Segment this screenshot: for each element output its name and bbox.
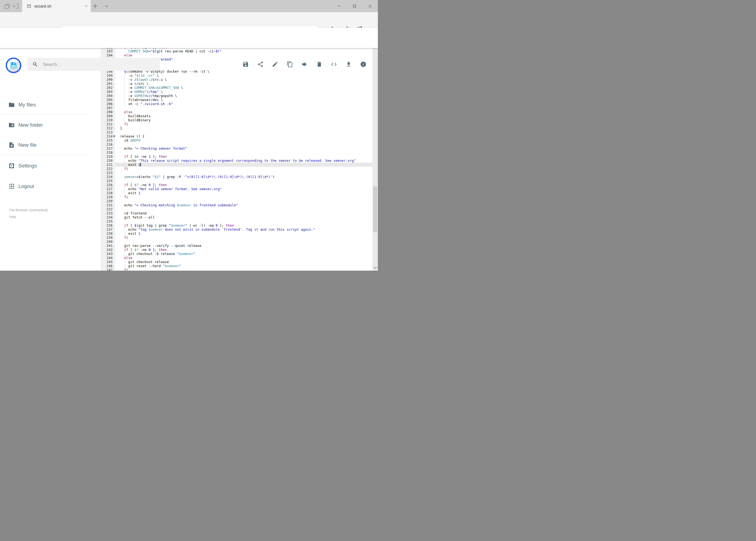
code-line[interactable]: 237 echo "Tag $semver does not exist in … bbox=[101, 228, 373, 232]
code-line-text[interactable]: buildAssets bbox=[115, 114, 373, 118]
copy-icon[interactable] bbox=[287, 61, 293, 68]
tab-preview-icon[interactable] bbox=[4, 3, 11, 9]
code-line-text[interactable]: if [ $(git tag | grep "$semver" | wc -l)… bbox=[115, 224, 373, 228]
scroll-down-icon[interactable] bbox=[373, 265, 378, 270]
code-line-text[interactable]: -v /$(pwd):/src:z \ bbox=[115, 78, 373, 82]
share-file-icon[interactable] bbox=[257, 61, 264, 68]
code-line-text[interactable]: echo "Not valid semver format. See semve… bbox=[115, 187, 373, 191]
code-line-text[interactable]: git reset --hard "$semver" bbox=[115, 264, 373, 268]
code-line-text[interactable]: fi bbox=[115, 236, 373, 240]
code-line-text[interactable]: COMMIT_SHA="$(git rev-parse HEAD | cut -… bbox=[115, 49, 373, 53]
code-line[interactable]: 226 if [ $? -ne 0 ]; then bbox=[101, 183, 373, 187]
code-line[interactable]: 209 buildAssets bbox=[101, 114, 373, 118]
code-view-icon[interactable] bbox=[331, 61, 337, 68]
sidebar-item-new-file[interactable]: New file bbox=[0, 140, 97, 151]
code-line[interactable]: 225 bbox=[101, 179, 373, 183]
code-line[interactable]: 227 echo "Not valid semver format. See s… bbox=[101, 187, 373, 191]
browser-tab[interactable]: wizard.sh bbox=[22, 0, 91, 12]
code-line-text[interactable]: exit 1 bbox=[115, 191, 373, 195]
code-line-text[interactable] bbox=[115, 179, 373, 183]
code-line[interactable]: 229 fi bbox=[101, 195, 373, 199]
code-line-text[interactable]: fi bbox=[115, 167, 373, 171]
code-line-text[interactable] bbox=[115, 207, 373, 211]
maximize-button[interactable] bbox=[347, 0, 362, 12]
move-icon[interactable] bbox=[301, 61, 308, 68]
code-line[interactable]: 199 -u "$(id -u)" \ bbox=[101, 74, 373, 78]
code-line[interactable]: 224 semver=$(echo "$1" | grep -P '^v(0|[… bbox=[101, 175, 373, 179]
edit-icon[interactable] bbox=[272, 61, 278, 68]
code-line[interactable]: 241 git rev-parse --verify --quiet relea… bbox=[101, 244, 373, 248]
code-editor[interactable]: 192 if [ $? -eq 0 ]; then193 COMMIT_SHA=… bbox=[101, 48, 373, 270]
code-line-text[interactable] bbox=[115, 106, 373, 110]
code-line[interactable]: 194 else bbox=[101, 53, 373, 57]
code-line[interactable]: 245 git checkout release bbox=[101, 260, 373, 264]
page-scrollbar[interactable] bbox=[373, 28, 378, 270]
code-line[interactable]: 216 bbox=[101, 142, 373, 146]
delete-icon[interactable] bbox=[316, 61, 323, 68]
code-line-text[interactable]: -e COMMIT_SHA=$COMMIT_SHA \ bbox=[115, 86, 373, 90]
code-line-text[interactable]: echo "> Checking matching $semver in fro… bbox=[115, 203, 373, 207]
close-window-button[interactable] bbox=[362, 0, 378, 12]
code-line[interactable]: 218 bbox=[101, 151, 373, 155]
code-line[interactable]: 223 bbox=[101, 171, 373, 175]
code-line-text[interactable]: } bbox=[115, 126, 373, 130]
code-line-text[interactable]: else bbox=[115, 256, 373, 260]
code-line[interactable]: 200 -v /$(pwd):/src:z \ bbox=[101, 78, 373, 82]
search-input[interactable] bbox=[42, 62, 160, 67]
code-line[interactable]: 230 bbox=[101, 199, 373, 203]
code-line-text[interactable]: if [ $? -ne 0 ]; then bbox=[115, 248, 373, 252]
code-line-text[interactable] bbox=[115, 171, 373, 175]
code-line-text[interactable]: echo "> Checking semver format" bbox=[115, 146, 373, 151]
code-line[interactable]: 211 fi bbox=[101, 122, 373, 126]
search-box[interactable] bbox=[28, 58, 160, 71]
code-line-text[interactable]: echo "Tag $semver does not exist in subm… bbox=[115, 228, 373, 232]
code-line-text[interactable]: git rev-parse --verify --quiet release bbox=[115, 244, 373, 248]
code-line-text[interactable]: exit 1 bbox=[115, 232, 373, 236]
code-line[interactable]: 222 fi bbox=[101, 167, 373, 171]
code-line[interactable]: 240 bbox=[101, 240, 373, 244]
code-line[interactable]: 244 else bbox=[101, 256, 373, 260]
code-line[interactable]: 236 if [ $(git tag | grep "$semver" | wc… bbox=[101, 224, 373, 228]
code-line[interactable]: 232 bbox=[101, 207, 373, 211]
code-line-text[interactable]: else bbox=[115, 53, 373, 57]
code-line-text[interactable]: fi bbox=[115, 195, 373, 199]
code-line-text[interactable] bbox=[115, 219, 373, 224]
code-line-text[interactable]: else bbox=[115, 110, 373, 114]
info-icon[interactable] bbox=[360, 61, 367, 68]
tab-list-chevron-icon[interactable] bbox=[104, 4, 109, 9]
code-line[interactable]: 231 echo "> Checking matching $semver in… bbox=[101, 203, 373, 207]
code-line[interactable]: 204 -e GOPATH=//tmp/gopath \ bbox=[101, 94, 373, 98]
new-tab-button[interactable] bbox=[92, 3, 99, 9]
code-line-text[interactable] bbox=[115, 240, 373, 244]
code-line-text[interactable]: semver=$(echo "$1" | grep -P '^v(0|[1-9]… bbox=[115, 175, 373, 179]
code-line[interactable]: 239 fi bbox=[101, 236, 373, 240]
code-line-text[interactable]: -u "$(id -u)" \ bbox=[115, 74, 373, 78]
download-icon[interactable] bbox=[346, 61, 352, 68]
code-line-text[interactable]: fi bbox=[115, 268, 373, 270]
code-line[interactable]: 246 git reset --hard "$semver" bbox=[101, 264, 373, 268]
code-line-text[interactable]: -e GOPATH=//tmp/gopath \ bbox=[115, 94, 373, 98]
code-line[interactable]: 213 bbox=[101, 130, 373, 134]
code-line[interactable]: 219 if [ $# -ne 1 ]; then bbox=[101, 155, 373, 159]
code-line-text[interactable]: git fetch --all bbox=[115, 215, 373, 219]
code-line-text[interactable] bbox=[115, 199, 373, 203]
code-line[interactable]: 217 echo "> Checking semver format" bbox=[101, 146, 373, 151]
code-line[interactable]: 247 fi bbox=[101, 268, 373, 270]
code-line-text[interactable]: cd frontend bbox=[115, 211, 373, 215]
code-line-text[interactable]: git checkout -b release "$semver" bbox=[115, 252, 373, 256]
code-line-text[interactable]: -e HOME="//tmp" \ bbox=[115, 90, 373, 94]
code-line[interactable]: 203 -e HOME="//tmp" \ bbox=[101, 90, 373, 94]
code-line[interactable]: 238 exit 1 bbox=[101, 232, 373, 236]
tab-close-icon[interactable] bbox=[85, 4, 88, 8]
code-line[interactable]: 221 exit 1 bbox=[101, 163, 373, 167]
code-line-text[interactable] bbox=[115, 130, 373, 134]
code-line-text[interactable]: buildBinary bbox=[115, 118, 373, 122]
code-line[interactable]: 214release () { bbox=[101, 134, 373, 138]
code-line-text[interactable] bbox=[115, 151, 373, 155]
code-line[interactable]: 212} bbox=[101, 126, 373, 130]
code-line-text[interactable]: cd $REPO bbox=[115, 138, 373, 142]
sidebar-item-settings[interactable]: Settings bbox=[0, 161, 97, 171]
code-line[interactable]: 235 bbox=[101, 219, 373, 224]
code-line[interactable]: 228 exit 1 bbox=[101, 191, 373, 195]
code-line[interactable]: 234 git fetch --all bbox=[101, 215, 373, 219]
